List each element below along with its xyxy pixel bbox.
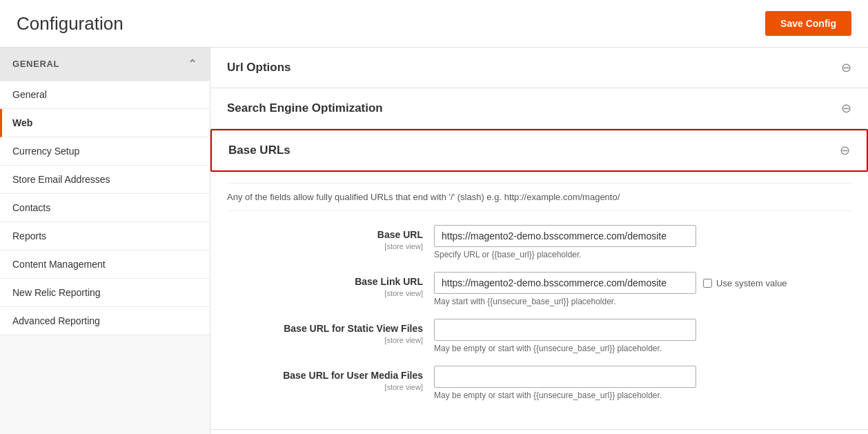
form-field-row-static-view-url [434,319,851,341]
form-field-group-base-url: Specify URL or {{base_url}} placeholder. [434,225,851,259]
input-base-url[interactable] [434,225,696,247]
sidebar-item-advanced-reporting[interactable]: Advanced Reporting [0,307,210,335]
form-label-sub-base-link-url: [store view] [384,289,423,297]
sidebar-item-currency-setup[interactable]: Currency Setup [0,137,210,166]
content-area: Url Options⊖Search Engine Optimization⊖B… [210,48,868,434]
form-row-media-url: Base URL for User Media Files[store view… [227,366,851,400]
page-header: Configuration Save Config [0,0,868,48]
form-field-row-base-url [434,225,851,247]
form-field-row-media-url [434,366,851,388]
form-label-sub-static-view-url: [store view] [384,336,423,344]
accordion-header-url-options[interactable]: Url Options⊖ [210,48,868,88]
sidebar-item-contacts[interactable]: Contacts [0,194,210,222]
sidebar-items-container: GeneralWebCurrency SetupStore Email Addr… [0,81,210,335]
chevron-up-icon: ⌃ [188,57,197,70]
accordion-section-base-urls: Base URLs⊖Any of the fields allow fully … [210,129,868,430]
accordion-section-url-options: Url Options⊖ [210,48,868,88]
form-row-static-view-url: Base URL for Static View Files[store vie… [227,319,851,353]
form-label-sub-media-url: [store view] [384,383,423,391]
accordion-header-base-urls[interactable]: Base URLs⊖ [210,129,868,172]
accordion-chevron-icon-base-urls: ⊖ [840,143,850,158]
form-label-sub-base-url: [store view] [384,242,423,250]
accordion-title-base-urls: Base URLs [228,144,290,157]
form-field-group-base-link-url: Use system valueMay start with {{unsecur… [434,272,851,306]
form-label-group-base-url: Base URL[store view] [227,225,434,251]
accordion-section-seo: Search Engine Optimization⊖ [210,88,868,129]
sidebar-section-label: GENERAL [12,59,59,69]
use-system-value-base-link-url[interactable]: Use system value [703,278,787,288]
system-value-label-base-link-url: Use system value [716,278,787,288]
page-title: Configuration [17,13,124,34]
accordion-chevron-icon-seo: ⊖ [841,101,851,116]
form-label-static-view-url: Base URL for Static View Files [227,323,423,334]
sidebar-item-general[interactable]: General [0,81,210,109]
input-static-view-url[interactable] [434,319,696,341]
form-field-group-media-url: May be empty or start with {{unsecure_ba… [434,366,851,400]
accordion-content-base-urls: Any of the fields allow fully qualified … [210,172,868,429]
form-field-group-static-view-url: May be empty or start with {{unsecure_ba… [434,319,851,353]
form-hint-static-view-url: May be empty or start with {{unsecure_ba… [434,344,851,353]
form-hint-media-url: May be empty or start with {{unsecure_ba… [434,391,851,400]
base-urls-description: Any of the fields allow fully qualified … [227,183,851,211]
accordion-chevron-icon-url-options: ⊖ [841,60,851,75]
accordion-title-url-options: Url Options [227,61,291,75]
form-label-group-media-url: Base URL for User Media Files[store view… [227,366,434,392]
sidebar: GENERAL ⌃ GeneralWebCurrency SetupStore … [0,48,210,434]
input-base-link-url[interactable] [434,272,696,294]
form-hint-base-link-url: May start with {{unsecure_base_url}} pla… [434,297,851,306]
sidebar-item-store-email[interactable]: Store Email Addresses [0,166,210,194]
form-label-group-base-link-url: Base Link URL[store view] [227,272,434,298]
accordion-container: Url Options⊖Search Engine Optimization⊖B… [210,48,868,430]
accordion-header-seo[interactable]: Search Engine Optimization⊖ [210,88,868,128]
system-value-checkbox-base-link-url[interactable] [703,279,712,288]
form-row-base-link-url: Base Link URL[store view]Use system valu… [227,272,851,306]
form-hint-base-url: Specify URL or {{base_url}} placeholder. [434,250,851,259]
form-label-media-url: Base URL for User Media Files [227,370,423,381]
form-label-base-url: Base URL [227,229,423,240]
form-field-row-base-link-url: Use system value [434,272,851,294]
form-row-base-url: Base URL[store view]Specify URL or {{bas… [227,225,851,259]
input-media-url[interactable] [434,366,696,388]
save-config-button[interactable]: Save Config [765,11,851,36]
main-layout: GENERAL ⌃ GeneralWebCurrency SetupStore … [0,48,868,434]
accordion-title-seo: Search Engine Optimization [227,101,383,115]
sidebar-section-general[interactable]: GENERAL ⌃ [0,48,210,81]
form-label-group-static-view-url: Base URL for Static View Files[store vie… [227,319,434,345]
sidebar-item-reports[interactable]: Reports [0,222,210,250]
sidebar-item-new-relic[interactable]: New Relic Reporting [0,279,210,307]
form-label-base-link-url: Base Link URL [227,276,423,287]
sidebar-item-web[interactable]: Web [0,109,210,137]
sidebar-item-content-mgmt[interactable]: Content Management [0,250,210,279]
